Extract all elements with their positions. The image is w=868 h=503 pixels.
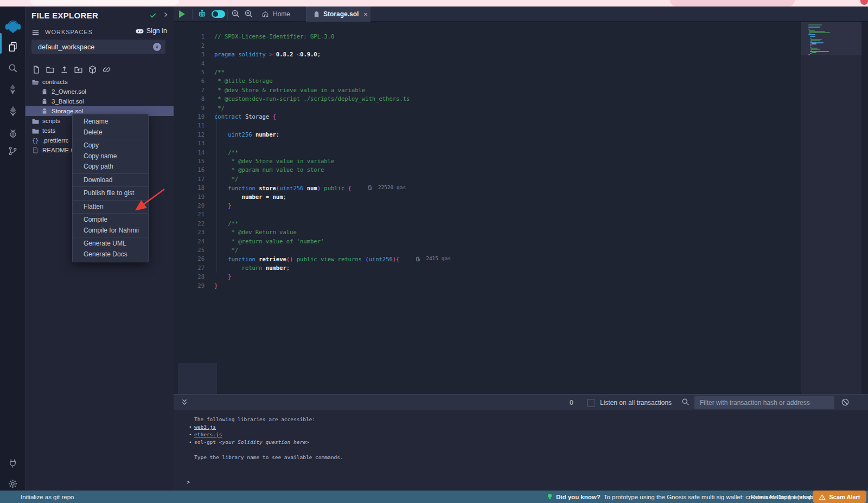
menu-item-publish-file-to-gist[interactable]: Publish file to gist: [73, 188, 148, 199]
editor-scrollbar-track[interactable]: [861, 22, 868, 394]
clear-console-icon[interactable]: [841, 398, 850, 407]
hamburger-icon[interactable]: [31, 28, 40, 36]
status-bar: Initialize as git repo Did you know? To …: [0, 491, 868, 503]
code-line: 23 * @dev Return value: [174, 219, 868, 228]
import-from-ipfs-icon[interactable]: [88, 65, 97, 74]
new-folder-icon[interactable]: [46, 65, 55, 74]
code-line: 13: [174, 130, 868, 139]
code-line: 22 /**: [174, 210, 868, 218]
code-line: 14 /**: [174, 139, 868, 147]
code-line: 11: [174, 112, 868, 121]
sign-in-button[interactable]: Sign in: [136, 27, 167, 35]
menu-item-download[interactable]: Download: [73, 175, 148, 186]
code-line: 15 * @dev Store value in variable: [174, 148, 868, 157]
library-link[interactable]: ethers.js: [194, 431, 222, 437]
library-link[interactable]: web3.js: [194, 424, 216, 430]
solidity-file-icon: [314, 11, 320, 18]
workspace-select[interactable]: default_workspace: [31, 40, 165, 54]
menu-item-rename[interactable]: Rename: [73, 117, 148, 127]
terminal-filter-input[interactable]: [694, 396, 834, 409]
menu-item-generate-docs[interactable]: Generate Docs: [73, 249, 148, 260]
terminal-text: The following libraries are accessible:: [174, 416, 868, 423]
run-script-button[interactable]: [179, 10, 185, 18]
terminal-expand-icon[interactable]: [181, 398, 188, 407]
tree-item-3_Ballot.sol[interactable]: 3_Ballot.sol: [25, 96, 174, 106]
remix-ai-robot-icon[interactable]: [197, 9, 207, 18]
code-line: 10contract Storage {: [174, 104, 868, 112]
terminal-bar: 0 Listen on all transactions: [174, 394, 868, 410]
code-line: 29}: [174, 272, 868, 281]
rail-item-search[interactable]: [0, 58, 25, 78]
code-editor[interactable]: 1// SPDX-License-Identifier: GPL-3.0 2 3…: [174, 22, 868, 394]
workspace-selected-value: default_workspace: [38, 43, 153, 51]
menu-item-copy[interactable]: Copy: [73, 140, 148, 151]
rail-item-debugger[interactable]: [0, 124, 25, 143]
braces-icon: {}: [31, 138, 39, 144]
rail-item-plugin-manager[interactable]: [0, 453, 25, 473]
terminal-output[interactable]: The following libraries are accessible:•…: [174, 410, 868, 491]
panel-title: FILE EXPLORER: [31, 11, 98, 20]
code-line: 25 */: [174, 237, 868, 246]
zoom-in-icon[interactable]: [244, 9, 253, 18]
zoom-out-icon[interactable]: [231, 9, 240, 18]
code-line: 7 * @dev Store & retrieve value in a var…: [174, 76, 868, 85]
tab-home[interactable]: Home: [255, 7, 307, 22]
minimap[interactable]: [801, 22, 861, 394]
listen-label: Listen on all transactions: [600, 395, 672, 411]
import-from-url-icon[interactable]: [102, 65, 111, 74]
code-line: 28 }: [174, 263, 868, 272]
workspaces-label: WORKSPACES: [45, 29, 93, 35]
transaction-count: 0: [570, 395, 573, 411]
browser-strip-highlight: [30, 0, 179, 5]
code-line: 19 number = num;: [174, 183, 868, 192]
browser-strip: [0, 0, 868, 7]
code-line: 27 return number;: [174, 254, 868, 263]
listen-checkbox[interactable]: [587, 399, 595, 407]
upload-folder-icon[interactable]: [74, 65, 83, 74]
rail-item-file-explorer[interactable]: [0, 37, 25, 56]
menu-item-delete[interactable]: Delete: [73, 127, 148, 138]
browser-strip-blob: [670, 0, 795, 7]
code-line: 9 */: [174, 94, 868, 103]
terminal-prompt[interactable]: >: [187, 479, 190, 485]
code-line: 8 * @custom:dev-run-script ./scripts/dep…: [174, 86, 868, 94]
copilot-toggle[interactable]: [212, 10, 225, 18]
upload-file-icon[interactable]: [60, 65, 69, 74]
menu-item-copy-name[interactable]: Copy name: [73, 151, 148, 162]
new-file-icon[interactable]: [31, 65, 41, 74]
sol-icon: [41, 88, 48, 95]
init-git-repo-button[interactable]: Initialize as git repo: [21, 494, 74, 500]
code-line: 26 function retrieve() public view retur…: [174, 246, 868, 254]
menu-item-generate-uml[interactable]: Generate UML: [73, 238, 148, 249]
tree-item-2_Owner.sol[interactable]: 2_Owner.sol: [25, 87, 174, 96]
rail-item-git[interactable]: [0, 141, 25, 160]
workspace-updown-icon: [153, 43, 161, 51]
code-line: 20 }: [174, 192, 868, 201]
menu-item-copy-path[interactable]: Copy path: [73, 162, 148, 172]
editor-toolbar: Home Storage.sol ×: [174, 7, 868, 22]
folder-icon: [31, 128, 39, 134]
sol-icon: [41, 108, 48, 114]
terminal-text: Type the library name to see available c…: [174, 454, 868, 461]
lightbulb-icon: [547, 493, 553, 500]
rail-item-remix-logo[interactable]: [0, 17, 25, 37]
github-icon: [136, 28, 144, 34]
scam-alert-button[interactable]: Scam Alert: [813, 491, 866, 503]
code-line: 16 * @param num value to store: [174, 157, 868, 165]
close-tab-icon[interactable]: ×: [363, 10, 368, 18]
menu-item-compile-for-nahmii[interactable]: Compile for Nahmii: [73, 225, 148, 236]
menu-item-compile[interactable]: Compile: [73, 215, 148, 225]
tab-storage-sol[interactable]: Storage.sol ×: [307, 7, 371, 22]
menu-separator: [73, 139, 148, 139]
doc-icon: [31, 147, 39, 153]
tree-item-contracts[interactable]: contracts: [25, 77, 174, 87]
rail-item-deploy-and-run[interactable]: [0, 101, 25, 121]
file-context-menu: RenameDeleteCopyCopy nameCopy pathDownlo…: [72, 114, 149, 262]
chevron-right-icon[interactable]: [162, 11, 169, 18]
menu-item-flatten[interactable]: Flatten: [73, 202, 148, 212]
menu-separator: [73, 173, 148, 174]
code-line: 6 * @title Storage: [174, 68, 868, 76]
icon-rail: [0, 7, 25, 491]
code-line: 21: [174, 201, 868, 210]
rail-item-solidity-compiler[interactable]: [0, 80, 25, 99]
